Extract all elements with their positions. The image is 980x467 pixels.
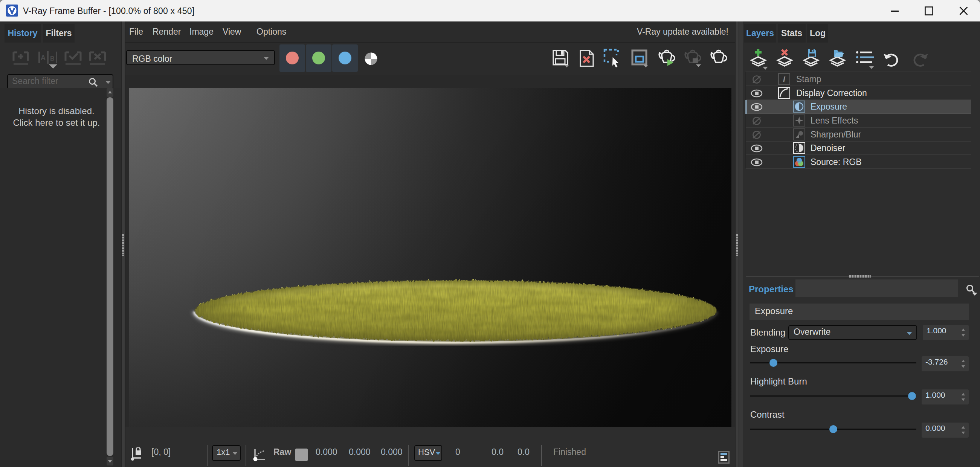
svg-text:B: B <box>50 56 55 62</box>
svg-text:A: A <box>41 54 46 61</box>
